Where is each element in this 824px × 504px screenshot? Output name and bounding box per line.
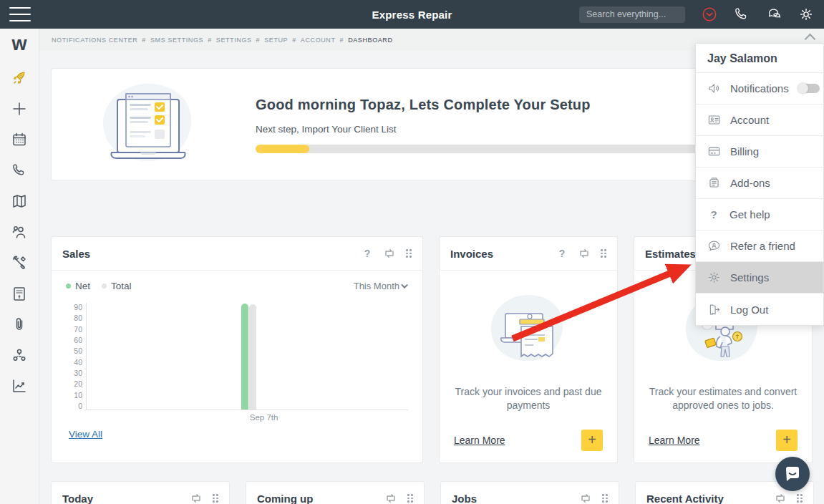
drag-handle-icon[interactable] <box>213 494 218 503</box>
view-all-link[interactable]: View All <box>69 429 102 440</box>
menu-item-refer-a-friend[interactable]: Refer a friend <box>696 231 823 262</box>
breadcrumb-item[interactable]: SETTINGS <box>216 37 252 44</box>
menu-item-billing[interactable]: Billing <box>696 136 823 168</box>
menu-item-account[interactable]: Account <box>696 105 823 136</box>
bar-total[interactable] <box>249 304 256 410</box>
attachment-icon[interactable] <box>11 316 28 333</box>
refresh-widget-icon[interactable] <box>384 248 395 259</box>
add-estimate-button[interactable]: + <box>776 430 798 451</box>
phone-icon[interactable] <box>734 6 750 22</box>
breadcrumb-item-current: DASHBOARD <box>348 37 392 44</box>
y-tick-label: 30 <box>74 369 82 377</box>
learn-more-link[interactable]: Learn More <box>649 435 700 446</box>
reports-icon[interactable] <box>11 377 28 394</box>
menu-item-label: Refer a friend <box>730 240 795 252</box>
legend-dot-net <box>66 284 71 289</box>
gear-icon[interactable] <box>798 6 814 22</box>
invoices-description: Track your invoices and past due payment… <box>454 385 603 412</box>
coming-up-card-title: Coming up <box>257 493 313 504</box>
chat-icon[interactable] <box>766 6 782 22</box>
breadcrumb-item[interactable]: ACCOUNT <box>301 37 336 44</box>
period-dropdown[interactable]: This Month <box>354 281 408 291</box>
refresh-widget-icon[interactable] <box>580 493 591 504</box>
chat-launcher-button[interactable] <box>775 457 810 491</box>
breadcrumb-item[interactable]: SETUP <box>264 37 288 44</box>
chat-bubble-icon <box>783 465 802 483</box>
user-name: Jay Salamon <box>696 44 823 73</box>
workiz-logo[interactable]: w <box>11 34 26 54</box>
notifications-toggle[interactable] <box>798 84 820 93</box>
breadcrumb-separator: # <box>340 37 344 44</box>
rocket-icon[interactable] <box>11 69 28 87</box>
invoices-card: Invoices ? <box>439 236 618 463</box>
breadcrumb-item[interactable]: NOTIFICATIONS CENTER <box>52 37 137 44</box>
y-tick-label: 0 <box>78 402 82 410</box>
y-tick-label: 90 <box>74 303 82 311</box>
estimates-description: Track your estimates and convert approve… <box>649 385 798 412</box>
refresh-widget-icon[interactable] <box>578 248 590 259</box>
logout-icon <box>707 303 721 316</box>
phone-icon[interactable] <box>11 162 28 179</box>
estimates-card-title: Estimates <box>645 248 696 260</box>
credit-card-icon <box>707 145 721 158</box>
drag-handle-icon[interactable] <box>407 494 413 503</box>
drag-handle-icon[interactable] <box>406 249 412 258</box>
refresh-widget-icon[interactable] <box>190 493 202 504</box>
sales-card-title: Sales <box>62 248 90 260</box>
tools-icon[interactable] <box>11 254 28 271</box>
menu-item-label: Settings <box>730 271 769 284</box>
period-dropdown-value: This Month <box>354 281 399 291</box>
legend-item-total[interactable]: Total <box>102 281 132 291</box>
recent-activity-card-title: Recent Activity <box>646 493 724 504</box>
legend-item-net[interactable]: Net <box>66 281 90 291</box>
refresh-widget-icon[interactable] <box>385 493 397 504</box>
drag-handle-icon[interactable] <box>601 249 606 258</box>
menu-item-settings[interactable]: Settings <box>696 262 823 294</box>
invoices-card-title: Invoices <box>450 248 493 260</box>
menu-item-label: Billing <box>730 145 759 158</box>
question-icon: ? <box>707 208 720 220</box>
chevron-down-icon <box>401 281 408 289</box>
add-plus-icon[interactable] <box>11 100 28 117</box>
sidebar: w <box>0 29 39 504</box>
id-card-icon <box>707 113 721 127</box>
user-dropdown-menu: Jay Salamon Notifications Account Billin… <box>695 43 824 326</box>
menu-item-notifications[interactable]: Notifications <box>696 73 823 105</box>
y-tick-label: 80 <box>74 314 82 322</box>
invoice-doc-icon[interactable] <box>11 285 28 302</box>
company-title: Express Repair <box>372 9 452 21</box>
y-tick-label: 20 <box>74 379 82 388</box>
add-invoice-button[interactable]: + <box>581 430 603 451</box>
menu-item-log-out[interactable]: Log Out <box>696 294 823 325</box>
breadcrumb-separator: # <box>292 37 296 44</box>
map-icon[interactable] <box>11 193 28 210</box>
learn-more-link[interactable]: Learn More <box>454 435 505 446</box>
speaker-icon <box>707 82 721 95</box>
hamburger-menu-icon[interactable] <box>9 7 31 21</box>
chart-x-tick-label: Sep 7th <box>161 413 367 422</box>
help-icon[interactable]: ? <box>556 248 568 259</box>
today-card-title: Today <box>62 493 93 504</box>
drag-handle-icon[interactable] <box>602 494 608 503</box>
legend-label-total: Total <box>111 281 132 291</box>
today-card: Today <box>51 481 230 504</box>
menu-item-add-ons[interactable]: Add-ons <box>696 168 823 199</box>
refer-friend-icon <box>707 239 721 253</box>
gear-icon <box>707 271 721 284</box>
jobs-card-title: Jobs <box>452 493 477 504</box>
search-input[interactable] <box>579 6 685 23</box>
y-tick-label: 10 <box>74 391 82 399</box>
drag-handle-icon[interactable] <box>797 494 803 503</box>
refresh-widget-icon[interactable] <box>775 493 786 504</box>
y-tick-label: 60 <box>74 336 82 344</box>
coming-up-card: Coming up <box>246 481 425 504</box>
network-icon[interactable] <box>11 346 28 364</box>
menu-item-label: Log Out <box>730 304 768 316</box>
team-icon[interactable] <box>11 223 28 241</box>
bar-net[interactable] <box>241 304 248 410</box>
timer-alert-icon[interactable] <box>702 6 717 22</box>
breadcrumb-item[interactable]: SMS SETTINGS <box>150 37 203 44</box>
help-icon[interactable]: ? <box>362 248 373 259</box>
menu-item-get-help[interactable]: ? Get help <box>696 199 823 231</box>
calendar-icon[interactable] <box>11 131 28 148</box>
